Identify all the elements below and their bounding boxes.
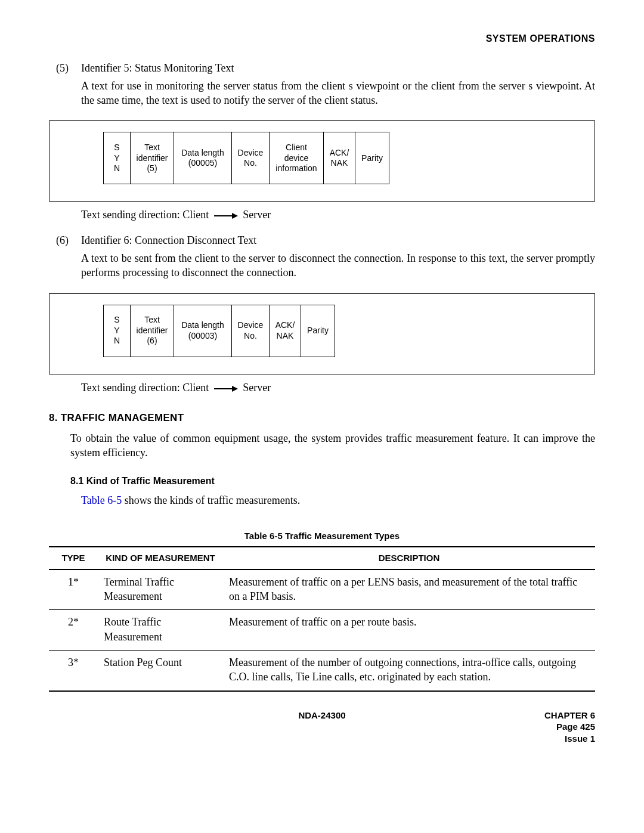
arrow-icon — [214, 213, 238, 219]
footer-page: Page 425 — [413, 721, 595, 733]
dir6-suffix: Server — [243, 382, 271, 394]
item-5-header: (5) Identifier 5: Status Monitoring Text — [49, 61, 595, 75]
packet6-syn: S Y N — [104, 305, 131, 357]
section-8-1-rest: shows the kinds of traffic measurements. — [122, 494, 300, 506]
dir5-suffix: Server — [243, 209, 271, 221]
packet6-data-length: Data length (00003) — [174, 305, 232, 357]
direction-line-6: Text sending direction: Client Server — [81, 380, 595, 395]
cell-type: 2* — [49, 610, 98, 651]
cell-kind: Station Peg Count — [98, 651, 223, 691]
footer-doc-id: NDA-24300 — [231, 710, 413, 745]
packet6-parity: Parity — [301, 305, 335, 357]
cell-desc: Measurement of the number of outgoing co… — [223, 651, 595, 691]
th-desc: DESCRIPTION — [223, 547, 595, 569]
cell-kind: Terminal Traffic Measurement — [98, 569, 223, 610]
th-type: TYPE — [49, 547, 98, 569]
packet5-data-length: Data length (00005) — [174, 132, 232, 184]
table-row: 3* Station Peg Count Measurement of the … — [49, 651, 595, 691]
direction-line-5: Text sending direction: Client Server — [81, 208, 595, 222]
dir6-prefix: Text sending direction: Client — [81, 382, 209, 394]
arrow-icon — [214, 386, 238, 392]
cell-kind: Route Traffic Measurement — [98, 610, 223, 651]
table-6-5-caption: Table 6-5 Traffic Measurement Types — [49, 530, 595, 542]
packet6-device-no: Device No. — [232, 305, 270, 357]
packet-box-5: S Y N Text identifier (5) Data length (0… — [49, 120, 595, 202]
table-row: 2* Route Traffic Measurement Measurement… — [49, 610, 595, 651]
table-6-5-link[interactable]: Table 6-5 — [81, 494, 122, 506]
footer-chapter: CHAPTER 6 — [413, 710, 595, 721]
traffic-table: TYPE KIND OF MEASUREMENT DESCRIPTION 1* … — [49, 546, 595, 692]
item-5-title: Identifier 5: Status Monitoring Text — [81, 61, 595, 75]
item-6-header: (6) Identifier 6: Connection Disconnect … — [49, 233, 595, 247]
packet5-ack-nak: ACK/ NAK — [324, 132, 355, 184]
packet6-text-identifier: Text identifier (6) — [131, 305, 174, 357]
section-8-heading: 8. TRAFFIC MANAGEMENT — [49, 411, 595, 425]
packet-table-5: S Y N Text identifier (5) Data length (0… — [103, 132, 389, 184]
item-6-body: A text to be sent from the client to the… — [81, 251, 595, 280]
item-6-title: Identifier 6: Connection Disconnect Text — [81, 233, 595, 247]
dir5-prefix: Text sending direction: Client — [81, 209, 209, 221]
packet5-syn: S Y N — [104, 132, 131, 184]
packet5-text-identifier: Text identifier (5) — [131, 132, 174, 184]
cell-type: 1* — [49, 569, 98, 610]
item-5-body: A text for use in monitoring the server … — [81, 79, 595, 108]
cell-desc: Measurement of traffic on a per LENS bas… — [223, 569, 595, 610]
packet-table-6: S Y N Text identifier (6) Data length (0… — [103, 305, 335, 357]
cell-desc: Measurement of traffic on a per route ba… — [223, 610, 595, 651]
page-footer: NDA-24300 CHAPTER 6 Page 425 Issue 1 — [49, 710, 595, 745]
packet5-device-no: Device No. — [232, 132, 270, 184]
item-5-number: (5) — [49, 61, 81, 75]
packet5-client-device-info: Client device information — [270, 132, 324, 184]
page-header-right: SYSTEM OPERATIONS — [49, 32, 595, 45]
section-8-1-body: Table 6-5 shows the kinds of traffic mea… — [81, 493, 595, 507]
table-row: 1* Terminal Traffic Measurement Measurem… — [49, 569, 595, 610]
section-8-1-heading: 8.1 Kind of Traffic Measurement — [70, 475, 595, 488]
th-kind: KIND OF MEASUREMENT — [98, 547, 223, 569]
cell-type: 3* — [49, 651, 98, 691]
packet6-ack-nak: ACK/ NAK — [270, 305, 301, 357]
packet5-parity: Parity — [355, 132, 389, 184]
section-8-body: To obtain the value of common equipment … — [70, 431, 595, 460]
packet-box-6: S Y N Text identifier (6) Data length (0… — [49, 293, 595, 374]
footer-issue: Issue 1 — [413, 733, 595, 745]
item-6-number: (6) — [49, 233, 81, 247]
